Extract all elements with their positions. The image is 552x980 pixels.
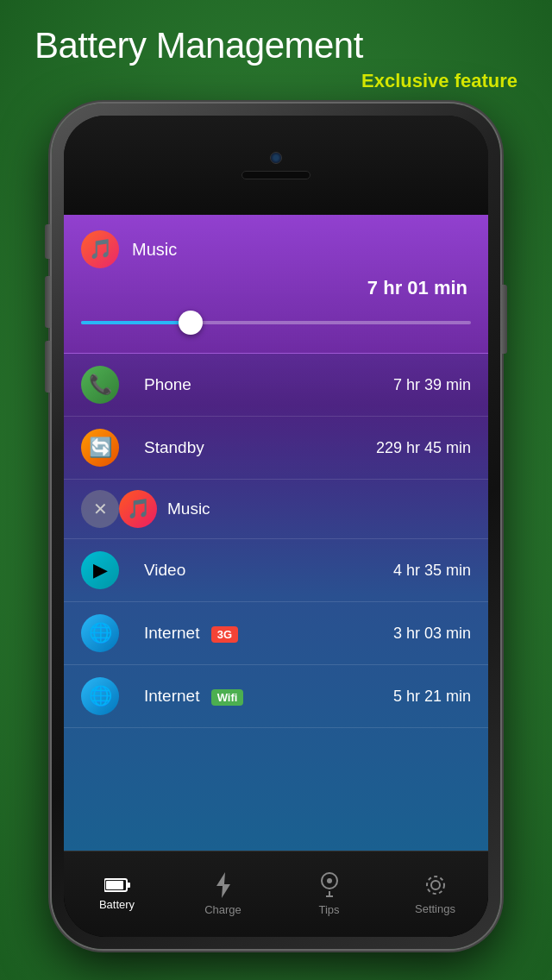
- internet-wifi-label: Internet Wifi: [144, 687, 393, 706]
- standby-icon: 🔄: [81, 429, 119, 467]
- badge-wifi: Wifi: [211, 689, 244, 706]
- music-select-icon: 🎵: [119, 490, 157, 528]
- volume-up-button: [45, 276, 52, 328]
- video-icon: ▶: [81, 551, 119, 589]
- music-select-row[interactable]: ✕ 🎵 Music: [64, 480, 488, 539]
- exclusive-label: Exclusive feature: [34, 70, 518, 92]
- internet-3g-row[interactable]: 🌐 Internet 3G 3 hr 03 min: [64, 602, 488, 665]
- tab-battery-label: Battery: [99, 898, 135, 911]
- phone-row[interactable]: 📞 Phone 7 hr 39 min: [64, 354, 488, 417]
- video-row[interactable]: ▶ Video 4 hr 35 min: [64, 539, 488, 602]
- svg-point-9: [427, 876, 444, 894]
- power-button: [500, 285, 507, 354]
- battery-icon: [104, 877, 130, 893]
- tab-settings-label: Settings: [415, 902, 455, 915]
- phone-outer: 🎵 Music 7 hr 01 min 📞: [52, 104, 500, 949]
- standby-time: 229 hr 45 min: [376, 439, 471, 457]
- tips-icon: [318, 872, 341, 898]
- volume-down-button: [45, 341, 52, 393]
- video-time: 4 hr 35 min: [393, 562, 471, 580]
- speaker-grille: [242, 171, 310, 179]
- music-icon: 🎵: [81, 230, 119, 268]
- music-active-section: 🎵 Music 7 hr 01 min: [64, 215, 488, 354]
- top-bezel: [64, 116, 488, 215]
- slider-track: [81, 321, 471, 324]
- internet-wifi-icon: 🌐: [81, 677, 119, 715]
- internet-wifi-time: 5 hr 21 min: [393, 688, 471, 706]
- svg-marker-3: [216, 872, 230, 898]
- svg-rect-1: [127, 883, 130, 888]
- tab-battery[interactable]: Battery: [64, 877, 170, 911]
- tab-settings[interactable]: Settings: [382, 873, 488, 915]
- music-time-value: 7 hr 01 min: [81, 277, 471, 299]
- internet-3g-icon: 🌐: [81, 614, 119, 652]
- camera-dot: [270, 152, 282, 164]
- slider-thumb[interactable]: [179, 311, 203, 335]
- tab-tips-label: Tips: [318, 903, 339, 916]
- mute-button: [45, 224, 52, 259]
- header: Battery Management Exclusive feature: [0, 0, 552, 110]
- app-title: Battery Management: [34, 26, 518, 66]
- internet-wifi-row[interactable]: 🌐 Internet Wifi 5 hr 21 min: [64, 665, 488, 728]
- phone-frame: 🎵 Music 7 hr 01 min 📞: [52, 104, 500, 949]
- tab-tips[interactable]: Tips: [276, 872, 382, 916]
- music-row-header: 🎵 Music: [81, 230, 471, 268]
- tab-bar: Battery Charge: [64, 851, 488, 937]
- standby-label: Standby: [144, 438, 376, 457]
- x-icon[interactable]: ✕: [81, 490, 119, 528]
- tab-charge-label: Charge: [204, 903, 242, 916]
- standby-row[interactable]: 🔄 Standby 229 hr 45 min: [64, 417, 488, 480]
- phone-icon: 📞: [81, 366, 119, 404]
- music-active-label: Music: [132, 240, 177, 260]
- phone-screen: 🎵 Music 7 hr 01 min 📞: [64, 116, 488, 937]
- music-select-label: Music: [167, 499, 471, 518]
- internet-3g-label: Internet 3G: [144, 624, 393, 643]
- svg-point-7: [327, 878, 332, 883]
- internet-3g-time: 3 hr 03 min: [393, 625, 471, 643]
- settings-icon: [423, 873, 448, 897]
- screen-content: 🎵 Music 7 hr 01 min 📞: [64, 215, 488, 851]
- music-slider[interactable]: [81, 310, 471, 336]
- charge-icon: [215, 872, 232, 898]
- badge-3g: 3G: [211, 626, 238, 643]
- phone-time: 7 hr 39 min: [393, 376, 471, 394]
- svg-point-8: [431, 881, 440, 889]
- svg-rect-2: [106, 881, 123, 889]
- video-label: Video: [144, 561, 393, 580]
- phone-label: Phone: [144, 375, 393, 394]
- tab-charge[interactable]: Charge: [170, 872, 276, 916]
